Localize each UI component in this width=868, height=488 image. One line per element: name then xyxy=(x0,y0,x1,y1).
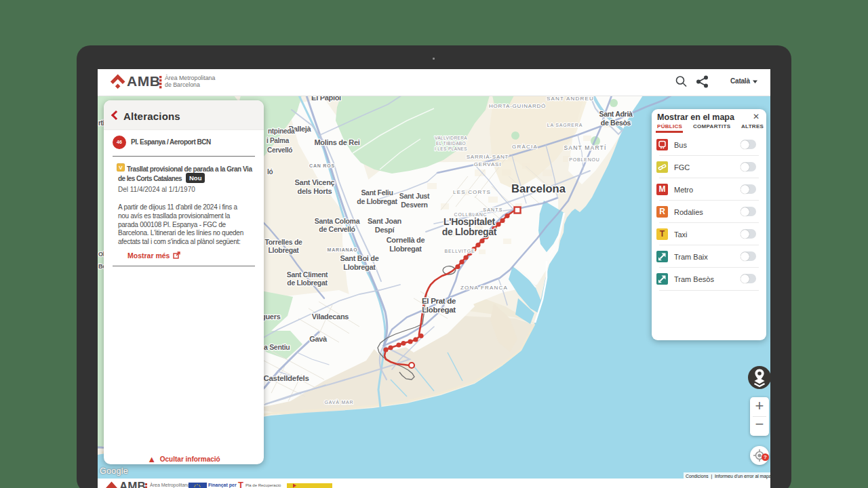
svg-text:Desvern: Desvern xyxy=(401,201,427,209)
svg-text:Àrea Metropolitana: Àrea Metropolitana xyxy=(165,75,215,81)
svg-text:de Cervelló: de Cervelló xyxy=(319,225,355,233)
svg-text:Barcelona: Barcelona xyxy=(511,182,566,195)
svg-text:de Llobregat: de Llobregat xyxy=(442,226,497,237)
svg-text:SANT ANDREU: SANT ANDREU xyxy=(547,96,594,102)
svg-text:de Llobregat: de Llobregat xyxy=(287,279,328,287)
svg-text:Llobregat: Llobregat xyxy=(422,306,456,314)
svg-text:GERVASI: GERVASI xyxy=(474,161,501,167)
svg-text:Torrelles de: Torrelles de xyxy=(264,238,302,246)
svg-text:i Palma: i Palma xyxy=(267,137,290,144)
svg-text:Molins de Rei: Molins de Rei xyxy=(315,138,360,146)
svg-text:de Besòs: de Besòs xyxy=(601,119,631,127)
svg-text:ZONA FRANCA: ZONA FRANCA xyxy=(460,285,508,291)
svg-text:Llobregat: Llobregat xyxy=(343,263,376,271)
svg-text:LES CORTS: LES CORTS xyxy=(453,189,491,195)
svg-text:Sant Vicenç: Sant Vicenç xyxy=(295,178,335,186)
svg-text:LA SAGRERA: LA SAGRERA xyxy=(547,123,583,127)
svg-text:SANT MARTÍ: SANT MARTÍ xyxy=(564,144,606,151)
svg-text:Pla de Recuperació: Pla de Recuperació xyxy=(245,483,281,487)
svg-text:guers: guers xyxy=(261,312,281,321)
svg-text:Sant Climent: Sant Climent xyxy=(287,270,328,279)
svg-text:Gavà: Gavà xyxy=(309,335,328,343)
svg-text:HORTA-GUINARDÓ: HORTA-GUINARDÓ xyxy=(489,103,546,109)
svg-text:SARRIÀ-SANT: SARRIÀ-SANT xyxy=(467,154,509,160)
svg-text:Àrea Metropolitana: Àrea Metropolitana xyxy=(150,482,190,488)
svg-text:El Papiol: El Papiol xyxy=(311,96,341,102)
svg-text:GRÀCIA: GRÀCIA xyxy=(512,144,538,150)
svg-text:Cervelló: Cervelló xyxy=(267,146,292,154)
svg-text:ló: ló xyxy=(267,168,273,176)
svg-text:EL TIBIDABO: EL TIBIDABO xyxy=(436,141,466,146)
svg-text:AMB: AMB xyxy=(127,73,160,89)
svg-text:Sant Joan: Sant Joan xyxy=(368,217,401,225)
svg-text:de Llobregat: de Llobregat xyxy=(357,197,397,205)
svg-text:MARIANAO: MARIANAO xyxy=(328,247,358,252)
svg-text:Despí: Despí xyxy=(375,226,395,234)
svg-text:de Barcelona: de Barcelona xyxy=(165,81,200,88)
svg-text:Sant Adrià: Sant Adrià xyxy=(599,110,633,118)
svg-text:SANTS: SANTS xyxy=(483,207,502,212)
svg-text:El Prat de: El Prat de xyxy=(422,297,456,305)
svg-text:AMB: AMB xyxy=(119,480,146,488)
svg-text:BELLVITGE: BELLVITGE xyxy=(445,249,475,253)
svg-text:Sant Feliu: Sant Feliu xyxy=(361,188,393,197)
svg-text:VALLVIDRERA: VALLVIDRERA xyxy=(435,136,467,140)
svg-text:Castelldefels: Castelldefels xyxy=(263,374,309,382)
svg-text:T: T xyxy=(238,480,243,488)
svg-text:Llobregat: Llobregat xyxy=(268,246,299,254)
svg-text:I LES PLANES: I LES PLANES xyxy=(435,146,467,151)
svg-text:dels Horts: dels Horts xyxy=(298,187,332,195)
svg-text:a Sentiu: a Sentiu xyxy=(264,343,290,351)
svg-text:Llobregat: Llobregat xyxy=(389,245,422,253)
svg-text:Cornellà de: Cornellà de xyxy=(387,236,425,244)
svg-text:CAN ROS: CAN ROS xyxy=(309,163,335,168)
svg-text:Finançat per: Finançat per xyxy=(208,483,237,488)
svg-text:Sant Just: Sant Just xyxy=(399,192,430,200)
svg-text:GAVÀ MAR: GAVÀ MAR xyxy=(325,399,354,405)
svg-text:Santa Coloma: Santa Coloma xyxy=(315,217,360,225)
svg-text:ntpineda: ntpineda xyxy=(268,127,295,135)
svg-text:L'Hospitalet: L'Hospitalet xyxy=(443,216,496,227)
svg-text:POBLENOU: POBLENOU xyxy=(569,157,599,162)
svg-text:Català: Català xyxy=(730,77,750,85)
svg-text:Sant Boi de: Sant Boi de xyxy=(340,254,378,262)
svg-text:Viladecans: Viladecans xyxy=(312,312,349,321)
